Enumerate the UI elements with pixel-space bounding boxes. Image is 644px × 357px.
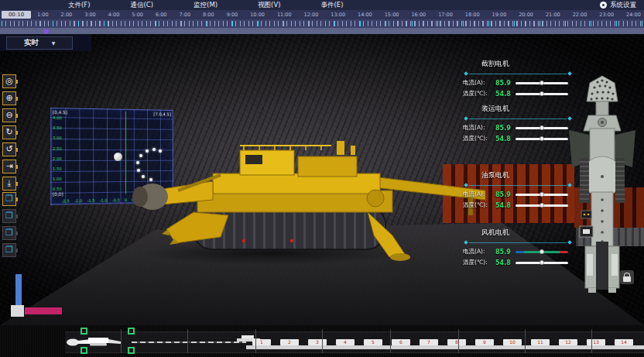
timeline-hour-label: 8:00	[203, 12, 214, 18]
belt-segment-number: 7	[427, 340, 430, 345]
menu-bar: 文件(F) 通信(C) 监控(M) 视图(V) 事件(E) 系统设置	[0, 0, 644, 10]
tool-view-side-icon[interactable]: ❐	[2, 226, 16, 240]
settings-gear-icon	[600, 2, 607, 9]
metric-slider[interactable]	[516, 82, 568, 84]
metric-slider[interactable]	[516, 93, 568, 95]
tool-zoom-out-icon[interactable]: ⊖	[2, 108, 16, 122]
motor-panel: 风机电机电流(A):85.9温度(℃):54.8	[463, 228, 573, 268]
tool-zoom-in-icon[interactable]: ⊕	[2, 91, 16, 105]
metric-slider[interactable]	[516, 194, 568, 196]
tool-rotate-ccw-icon[interactable]: ↺	[2, 142, 16, 156]
panel-divider	[464, 184, 571, 187]
motor-metric-row: 温度(℃):54.8	[463, 200, 573, 211]
axis-x-icon	[25, 307, 62, 314]
menu-file[interactable]: 文件(F)	[68, 1, 91, 10]
panel-divider	[464, 72, 571, 75]
tool-orbit-icon[interactable]: ◎	[2, 74, 16, 88]
slider-thumb-icon[interactable]	[540, 136, 544, 141]
divider-dot-icon	[464, 71, 468, 76]
belt-segment: 10	[503, 339, 522, 345]
motor-panel-title: 风机电机	[463, 228, 573, 238]
timeline-hour-label: 3:00	[84, 12, 96, 18]
tool-view-front-icon[interactable]: ❐	[2, 209, 16, 223]
divider-dot-icon	[464, 240, 468, 245]
target-ball-marker	[114, 153, 122, 161]
belt-segment-number: 3	[316, 340, 319, 345]
divider-line	[469, 74, 567, 74]
metric-slider[interactable]	[516, 251, 568, 253]
arc-dot-icon	[146, 149, 149, 153]
metric-slider[interactable]	[516, 204, 568, 207]
divider-dot-icon	[464, 183, 468, 187]
grid-y-tick-label: 3.00	[53, 136, 62, 141]
metric-label: 温度(℃):	[463, 90, 495, 98]
metric-label: 温度(℃):	[463, 201, 495, 209]
grid-y-tick-label: 1.50	[53, 167, 62, 172]
equipment-track-bar: 1234567891011121314	[0, 325, 644, 357]
system-settings-button[interactable]: 系统设置	[600, 0, 636, 10]
tool-view-top-icon[interactable]: ❐	[2, 243, 16, 257]
track-divider-line	[390, 329, 391, 353]
belt-segment: 2	[280, 339, 299, 345]
metric-slider[interactable]	[516, 138, 568, 140]
menu-event[interactable]: 事件(E)	[321, 1, 344, 10]
grid-y-tick-label: 4.00	[53, 116, 62, 121]
motor-panel-title: 油泵电机	[463, 170, 573, 180]
metric-value: 85.9	[495, 80, 516, 87]
belt-segment-number: 12	[565, 340, 571, 345]
mode-value: 实时	[24, 38, 44, 48]
motor-panel: 截割电机电流(A):85.9温度(℃):54.8	[463, 59, 573, 99]
menu-comm[interactable]: 通信(C)	[131, 1, 154, 10]
belt-segment: 4	[336, 339, 355, 345]
lock-button[interactable]	[620, 270, 634, 284]
timeline-scrubber-track[interactable]	[0, 28, 644, 34]
menu-monitor[interactable]: 监控(M)	[194, 1, 218, 10]
belt-segment-number: 6	[399, 340, 402, 345]
slider-thumb-icon[interactable]	[540, 91, 544, 96]
divider-dot-icon	[567, 116, 572, 121]
timeline-hour-label: 4:00	[108, 12, 120, 18]
tool-pan-horizontal-icon[interactable]: ⇥	[2, 160, 16, 173]
metric-value: 54.8	[495, 91, 516, 98]
arc-dot-icon	[142, 175, 145, 178]
arc-dot-icon	[159, 149, 162, 153]
track-divider-line	[525, 329, 526, 353]
metric-slider[interactable]	[516, 127, 568, 129]
belt-segment: 11	[531, 339, 550, 345]
metric-slider[interactable]	[516, 262, 568, 264]
metric-label: 温度(℃):	[463, 259, 495, 266]
timeline-hour-label: 6:00	[156, 12, 167, 18]
slider-thumb-icon[interactable]	[540, 249, 544, 254]
belt-segment-number: 1	[260, 340, 263, 345]
tool-view-iso-icon[interactable]: ❐	[2, 192, 16, 206]
arc-dot-icon	[137, 169, 140, 172]
settings-label: 系统设置	[610, 1, 636, 10]
metric-label: 温度(℃):	[463, 135, 495, 142]
menu-view[interactable]: 视图(V)	[258, 1, 280, 10]
belt-segment: 12	[559, 339, 577, 345]
grid-y-tick-label: 1.00	[53, 177, 62, 182]
slider-thumb-icon[interactable]	[540, 125, 544, 130]
viewport-3d[interactable]: [0,4.5] [7.0,4.5] [0,0] 4.003.503.002.50…	[0, 34, 644, 325]
timeline-label-row: 00:10 1:002:003:004:005:006:007:008:009:…	[0, 10, 644, 19]
tool-rotate-cw-icon[interactable]: ↻	[2, 125, 16, 139]
slider-thumb-icon[interactable]	[540, 192, 544, 197]
slider-thumb-icon[interactable]	[540, 203, 544, 208]
slider-thumb-icon[interactable]	[540, 81, 544, 85]
slider-thumb-icon[interactable]	[540, 260, 544, 265]
tool-pan-vertical-icon[interactable]: ⤓	[2, 177, 16, 191]
belt-segment: 14	[615, 339, 633, 345]
belt-segment: 13	[587, 339, 605, 345]
timeline-hour-label: 14:00	[358, 12, 372, 18]
scrubber-handle-icon[interactable]	[43, 29, 49, 34]
divider-line	[469, 242, 567, 243]
divider-dot-icon	[464, 116, 468, 121]
motor-metric-row: 温度(℃):54.8	[463, 133, 573, 144]
metric-label: 电流(A):	[463, 248, 495, 256]
roadheader-3d-model[interactable]	[104, 82, 503, 268]
belt-segment-number: 13	[593, 340, 599, 345]
timeline-hour-label: 1:00	[37, 12, 49, 18]
timeline-ruler[interactable]	[0, 19, 644, 28]
grid-y-tick-label: 2.50	[53, 147, 62, 152]
mode-dropdown[interactable]: 实时 ▼	[6, 36, 73, 50]
